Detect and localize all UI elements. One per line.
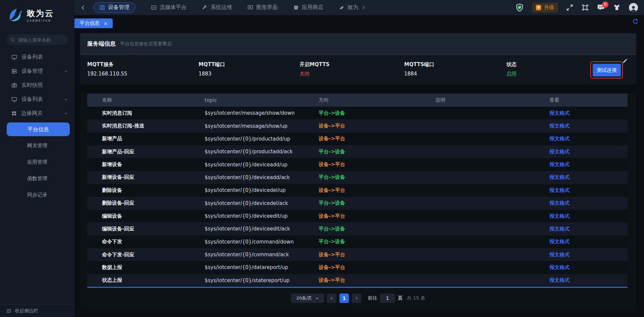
topnav-item-3[interactable]: 系统运维 bbox=[202, 4, 232, 11]
column-header: 名称 bbox=[102, 97, 205, 103]
cell-name: 新增设备-回应 bbox=[102, 174, 205, 180]
packet-format-link[interactable]: 报文格式 bbox=[549, 252, 570, 258]
cell-name: 删除设备-回应 bbox=[102, 200, 205, 206]
packet-format-link[interactable]: 报文格式 bbox=[549, 239, 570, 245]
collapse-label: 收起侧边栏 bbox=[15, 308, 38, 314]
topnav-item-1[interactable]: 设备管理 bbox=[93, 2, 136, 13]
sidebar-item-3[interactable]: 实时快照 bbox=[0, 78, 74, 92]
next-page-button[interactable] bbox=[352, 294, 361, 303]
test-connection-button[interactable]: 测试连接 bbox=[593, 64, 621, 76]
cell-direction: 设备->平台 bbox=[319, 123, 435, 129]
page-unit-label: 页 bbox=[398, 295, 402, 301]
topnav-item-4[interactable]: 图形界面 bbox=[248, 4, 278, 11]
fullscreen-expand-icon[interactable] bbox=[566, 4, 573, 11]
field-value: 192.168.110.55 bbox=[87, 71, 127, 77]
collapse-icon bbox=[6, 308, 11, 314]
cell-topic: $sys/iotcenter/{0}/statereport/up bbox=[205, 277, 319, 283]
table-row-5: 新增设备$sys/iotcenter/{0}/deviceadd/up设备->平… bbox=[87, 158, 628, 171]
server-field-5: 状态启用 bbox=[506, 61, 517, 77]
table-row-14: 状态上报$sys/iotcenter/{0}/statereport/up设备-… bbox=[87, 274, 628, 287]
cell-name: 新增产品-回应 bbox=[102, 149, 205, 155]
cell-name: 实时消息订阅 bbox=[102, 110, 205, 116]
tab-bar: 平台信息 × bbox=[74, 15, 644, 28]
packet-format-link[interactable]: 报文格式 bbox=[549, 187, 570, 193]
sidebar-subitem-3[interactable]: 应用管理 bbox=[0, 155, 74, 169]
field-label: MQTT服务 bbox=[87, 61, 127, 68]
field-label: MQTTS端口 bbox=[404, 61, 434, 68]
cell-direction: 平台->设备 bbox=[319, 110, 435, 116]
packet-format-link[interactable]: 报文格式 bbox=[549, 161, 570, 167]
collapse-sidebar-button[interactable]: 收起侧边栏 bbox=[0, 304, 74, 317]
cell-name: 新增设备 bbox=[102, 161, 205, 168]
cell-direction: 平台->设备 bbox=[319, 174, 435, 180]
main-content: 服务端信息 平台信息修改后需要重启 测试连接 MQTT服务192.168.110… bbox=[74, 28, 644, 317]
camera-icon bbox=[11, 83, 17, 88]
table-row-12: 命令下发-回应$sys/iotcenter/{0}/command/ack设备-… bbox=[87, 248, 628, 261]
topnav-item-6[interactable]: 敢为 bbox=[339, 4, 366, 11]
packet-format-link[interactable]: 报文格式 bbox=[549, 277, 570, 283]
goto-page-input[interactable] bbox=[380, 294, 395, 303]
sidebar-menu: 设备列表设备管理实时快照设备列表边缘网关平台信息网关管理应用管理函数管理同步记录 bbox=[0, 50, 74, 205]
packet-format-link[interactable]: 报文格式 bbox=[549, 136, 570, 142]
security-shield-icon[interactable] bbox=[516, 3, 524, 12]
refresh-icon[interactable] bbox=[632, 18, 639, 24]
page-size-select[interactable]: 20条/页 bbox=[291, 294, 324, 303]
frame-capture-icon[interactable] bbox=[582, 4, 589, 11]
packet-format-link[interactable]: 报文格式 bbox=[549, 200, 570, 206]
edit-pencil-icon[interactable] bbox=[622, 58, 628, 64]
cell-name: 实时消息订阅-推送 bbox=[102, 123, 205, 129]
field-value: 1883 bbox=[199, 71, 225, 77]
table-row-7: 删除设备$sys/iotcenter/{0}/devicedel/up设备->平… bbox=[87, 184, 628, 197]
packet-format-link[interactable]: 报文格式 bbox=[549, 213, 570, 219]
tab-close-icon[interactable]: × bbox=[104, 21, 108, 26]
sidebar-item-5[interactable]: 边缘网关 bbox=[0, 106, 74, 120]
field-label: MQTT端口 bbox=[199, 61, 225, 68]
field-label: 开启MQTTS bbox=[300, 61, 329, 68]
search-input[interactable] bbox=[18, 37, 63, 43]
cell-view: 报文格式 bbox=[549, 110, 628, 116]
sidebar-subitem-1[interactable]: 平台信息 bbox=[7, 122, 70, 136]
theme-shirt-icon[interactable] bbox=[613, 4, 621, 11]
packet-format-link[interactable]: 报文格式 bbox=[549, 174, 570, 180]
nav-back-chevron-icon[interactable] bbox=[80, 5, 86, 10]
menu-search[interactable] bbox=[6, 35, 68, 45]
monitor-icon bbox=[11, 97, 17, 102]
table-row-6: 新增设备-回应$sys/iotcenter/{0}/deviceadd/ack平… bbox=[87, 171, 628, 184]
cell-view: 报文格式 bbox=[549, 161, 628, 168]
sidebar-item-label: 设备列表 bbox=[21, 54, 43, 61]
topnav-item-label: 流媒体平台 bbox=[160, 4, 186, 11]
sidebar-item-label: 设备列表 bbox=[21, 96, 43, 103]
sidebar-subitem-4[interactable]: 函数管理 bbox=[0, 172, 74, 186]
packet-format-link[interactable]: 报文格式 bbox=[549, 264, 570, 270]
sidebar-item-4[interactable]: 设备列表 bbox=[0, 92, 74, 106]
page-number-current[interactable]: 1 bbox=[339, 294, 349, 303]
sidebar-subitem-5[interactable]: 同步记录 bbox=[0, 188, 74, 202]
packet-format-link[interactable]: 报文格式 bbox=[549, 226, 570, 232]
sidebar-item-label: 边缘网关 bbox=[21, 110, 43, 117]
server-info-fields: 测试连接 MQTT服务192.168.110.55MQTT端口1883开启MQT… bbox=[80, 55, 636, 85]
upgrade-icon bbox=[536, 5, 541, 10]
cell-direction: 平台->设备 bbox=[319, 239, 435, 245]
packet-format-link[interactable]: 报文格式 bbox=[549, 123, 570, 129]
cell-direction: 设备->平台 bbox=[319, 252, 435, 258]
user-avatar[interactable] bbox=[629, 3, 638, 12]
cell-topic: $sys/iotcenter/{0}/deviceadd/ack bbox=[205, 174, 319, 180]
search-icon bbox=[10, 38, 15, 42]
table-row-3: 新增产品$sys/iotcenter/{0}/productadd/up设备->… bbox=[87, 133, 628, 145]
cell-direction: 设备->平台 bbox=[319, 187, 435, 194]
packet-format-link[interactable]: 报文格式 bbox=[549, 110, 570, 116]
prev-page-button[interactable] bbox=[327, 294, 336, 303]
tab-platform-info[interactable]: 平台信息 × bbox=[74, 18, 113, 28]
messages-icon[interactable]: 0 bbox=[597, 4, 605, 11]
cell-name: 新增产品 bbox=[102, 136, 205, 142]
sidebar-subitem-2[interactable]: 网关管理 bbox=[0, 139, 74, 153]
sidebar-item-2[interactable]: 设备管理 bbox=[0, 64, 74, 78]
cell-view: 报文格式 bbox=[549, 123, 628, 129]
page-size-value: 20条/页 bbox=[296, 295, 312, 301]
topnav-item-5[interactable]: 应用商店 bbox=[293, 4, 323, 11]
upgrade-button[interactable]: 升级 bbox=[532, 3, 558, 12]
cell-direction: 设备->平台 bbox=[319, 264, 435, 271]
topnav-item-2[interactable]: 流媒体平台 bbox=[151, 4, 186, 11]
sidebar-item-1[interactable]: 设备列表 bbox=[0, 50, 74, 64]
packet-format-link[interactable]: 报文格式 bbox=[549, 149, 570, 155]
